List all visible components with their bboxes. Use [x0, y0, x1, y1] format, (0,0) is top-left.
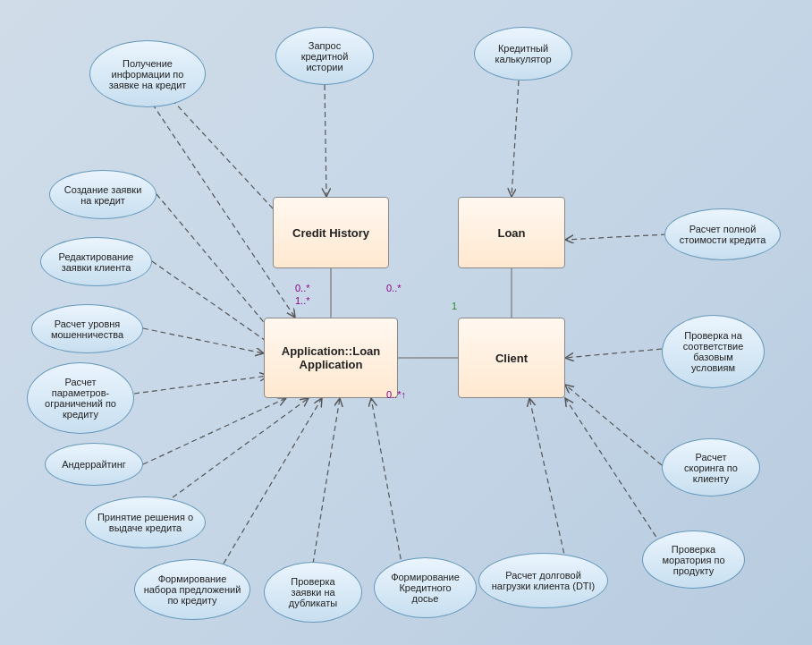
client-label: Client	[495, 352, 528, 365]
mult-1: 1	[452, 301, 457, 311]
svg-line-7	[143, 328, 264, 353]
edit-app-ellipse: Редактированиезаявки клиента	[40, 237, 152, 286]
base-check-label: Проверка насоответствиебазовымусловиям	[683, 330, 744, 373]
moratorium-label: Проверкаморатория попродукту	[662, 544, 724, 576]
get-info-ellipse: Получениеинформации позаявке на кредит	[89, 40, 206, 107]
svg-line-5	[152, 261, 277, 349]
check-duplicates-label: Проверказаявки надубликаты	[289, 576, 337, 608]
svg-line-2	[512, 81, 519, 197]
request-credit-ellipse: Запроскредитнойистории	[275, 27, 374, 85]
debt-calc-ellipse: Расчет долговойнагрузки клиента (DTI)	[478, 553, 608, 608]
form-dossier-label: ФормированиеКредитногодосье	[391, 572, 460, 604]
svg-line-10	[165, 398, 309, 503]
mult-1star-left: 1..*	[295, 295, 310, 306]
loan-application-label: Application::LoanApplication	[282, 344, 381, 371]
loan-application-box: Application::LoanApplication	[264, 318, 398, 398]
full-cost-label: Расчет полнойстоимости кредита	[680, 224, 766, 245]
svg-line-4	[156, 194, 277, 338]
create-app-label: Создание заявкина кредит	[64, 184, 142, 206]
underwriting-ellipse: Андеррайтинг	[45, 443, 143, 486]
get-info-label: Получениеинформации позаявке на кредит	[109, 58, 187, 90]
mult-0star-bottom: 0..*↑	[386, 389, 406, 400]
credit-history-box: Credit History	[273, 197, 389, 268]
svg-line-14	[565, 349, 662, 358]
form-offers-ellipse: Формированиенабора предложенийпо кредиту	[134, 559, 250, 620]
param-calc-ellipse: Расчетпараметров-ограничений покредиту	[27, 362, 134, 434]
form-offers-label: Формированиенабора предложенийпо кредиту	[144, 573, 241, 606]
request-credit-label: Запроскредитнойистории	[301, 40, 349, 72]
svg-line-11	[224, 398, 322, 564]
svg-line-15	[565, 385, 662, 465]
mult-0star-right: 0..*	[386, 283, 402, 293]
decision-label: Принятие решения овыдаче кредита	[97, 512, 193, 533]
edit-app-label: Редактированиезаявки клиента	[59, 251, 134, 273]
mult-0star-left: 0..*	[295, 283, 310, 293]
scoring-ellipse: Расчетскоринга поклиенту	[662, 438, 760, 496]
svg-line-13	[371, 398, 402, 568]
svg-line-9	[143, 398, 286, 464]
create-app-ellipse: Создание заявкина кредит	[49, 170, 156, 219]
loan-box: Loan	[458, 197, 565, 268]
fraud-calc-label: Расчет уровнямошенничества	[51, 318, 123, 340]
svg-line-8	[134, 376, 268, 394]
underwriting-label: Андеррайтинг	[62, 459, 126, 470]
client-box: Client	[458, 318, 565, 398]
svg-line-3	[565, 234, 666, 240]
debt-calc-label: Расчет долговойнагрузки клиента (DTI)	[492, 570, 596, 591]
diagram-container: Credit History Loan Application::LoanApp…	[0, 0, 812, 645]
svg-line-16	[565, 398, 671, 559]
loan-label: Loan	[497, 226, 525, 240]
check-duplicates-ellipse: Проверказаявки надубликаты	[264, 562, 362, 623]
svg-line-12	[313, 398, 340, 564]
full-cost-ellipse: Расчет полнойстоимости кредита	[664, 208, 781, 260]
moratorium-ellipse: Проверкаморатория попродукту	[642, 530, 745, 589]
credit-calc-label: Кредитныйкалькулятор	[495, 43, 551, 64]
param-calc-label: Расчетпараметров-ограничений покредиту	[45, 377, 116, 420]
decision-ellipse: Принятие решения овыдаче кредита	[85, 496, 206, 548]
svg-line-1	[325, 85, 326, 197]
fraud-calc-ellipse: Расчет уровнямошенничества	[31, 304, 143, 353]
base-check-ellipse: Проверка насоответствиебазовымусловиям	[662, 315, 765, 388]
svg-line-17	[529, 398, 568, 571]
scoring-label: Расчетскоринга поклиенту	[684, 452, 738, 484]
credit-history-label: Credit History	[292, 226, 369, 240]
credit-calc-ellipse: Кредитныйкалькулятор	[474, 27, 572, 81]
form-dossier-ellipse: ФормированиеКредитногодосье	[374, 557, 477, 618]
